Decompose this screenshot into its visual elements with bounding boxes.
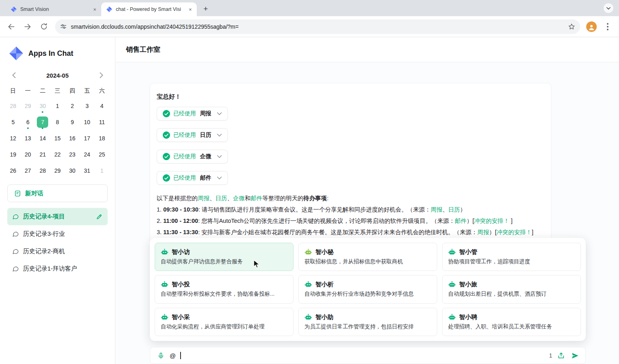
agent-name: 智小采 <box>172 313 190 321</box>
history-item[interactable]: 历史记录1-拜访客户 <box>7 260 108 277</box>
inline-link[interactable]: 企微 <box>233 195 245 201</box>
forward-button[interactable] <box>20 19 35 34</box>
agent-card[interactable]: 智小管 协助项目管理工作，追踪项目进度 <box>442 243 581 271</box>
edit-pencil-icon[interactable] <box>96 213 103 220</box>
inline-link[interactable]: 邮件 <box>251 195 262 201</box>
upload-icon[interactable] <box>556 351 566 360</box>
send-icon[interactable] <box>570 351 580 360</box>
calendar-day[interactable]: 27 <box>21 163 36 179</box>
agent-card[interactable]: 智小投 自动整理和分析投标文件要求，协助准备投标... <box>155 275 294 303</box>
message-input-bar[interactable]: @ 1 <box>150 347 586 364</box>
history-item[interactable]: 历史记录4-项目 <box>7 208 108 225</box>
chevron-down-icon[interactable] <box>217 155 222 158</box>
calendar-day[interactable]: 9 <box>65 114 80 130</box>
inline-link[interactable]: 日历 <box>215 195 227 201</box>
used-tool-pill[interactable]: 已经使用 企微 <box>157 150 228 163</box>
tab-close-icon[interactable]: × <box>187 6 194 13</box>
bookmark-star-icon[interactable] <box>568 23 575 30</box>
calendar-day[interactable]: 22 <box>50 146 65 163</box>
calendar-next-icon[interactable] <box>96 70 106 80</box>
calendar-day[interactable]: 3 <box>80 98 95 114</box>
agent-description: 为员工提供日常工作管理支持，包括日程安排 <box>304 323 431 330</box>
calendar-day[interactable]: 13 <box>21 130 36 146</box>
calendar-grid: 28 29 30 1 2 3 4 5 6 7 8 9 10 11 <box>6 98 109 179</box>
inline-link[interactable]: 周报 <box>198 195 210 201</box>
tab-search-button[interactable] <box>604 3 613 13</box>
calendar-day[interactable]: 1 <box>50 98 65 114</box>
used-tool-pill[interactable]: 已经使用 周报 <box>157 107 228 121</box>
used-tool-pill[interactable]: 已经使用 日历 <box>157 128 228 142</box>
calendar-day[interactable]: 2 <box>65 98 80 114</box>
calendar-day[interactable]: 10 <box>80 114 95 130</box>
calendar-day[interactable]: 21 <box>35 146 50 163</box>
site-settings-icon[interactable] <box>60 23 67 30</box>
calendar-day[interactable]: 26 <box>6 163 21 179</box>
new-chat-button[interactable]: 新对话 <box>7 184 108 202</box>
calendar-day[interactable]: 31 <box>80 163 95 179</box>
tab-chat-active[interactable]: chat - Powered by Smart Visi × <box>101 2 197 16</box>
message-input-value[interactable]: @ <box>170 352 176 359</box>
calendar-day[interactable]: 7 <box>35 114 50 130</box>
agent-card[interactable]: 智小采 自动化采购流程，从供应商管理到订单处理 <box>155 308 294 336</box>
inline-link[interactable]: 冲突的安排！ <box>496 229 532 235</box>
calendar-day[interactable]: 30 <box>35 98 50 114</box>
agent-card[interactable]: 智小访 自动提供客户拜访信息并整合服务 <box>155 243 294 271</box>
agent-card[interactable]: 智小聘 处理招聘、入职、培训和员工关系管理任务 <box>442 308 581 336</box>
url-text[interactable]: smartvision.dcclouds.com/appsinchat/2404… <box>71 23 564 30</box>
calendar-day[interactable]: 28 <box>35 163 50 179</box>
text-segment: ] <box>532 229 533 235</box>
calendar-day[interactable]: 23 <box>65 146 80 163</box>
inline-link[interactable]: 冲突的安排！ <box>474 218 509 224</box>
agent-card[interactable]: 智小析 自动收集并分析行业市场趋势和竞争对手信息 <box>298 275 437 303</box>
calendar-day[interactable]: 17 <box>80 130 95 146</box>
calendar-day[interactable]: 4 <box>94 98 109 114</box>
calendar-day[interactable]: 29 <box>21 98 36 114</box>
history-item[interactable]: 历史记录2-商机 <box>7 243 108 260</box>
reload-button[interactable] <box>36 19 51 34</box>
calendar-day[interactable]: 20 <box>21 146 36 163</box>
tab-smart-vision[interactable]: Smart Vision × <box>6 2 101 16</box>
calendar-day[interactable]: 14 <box>35 130 50 146</box>
calendar-day[interactable]: 1 <box>94 163 109 179</box>
used-tool-pill[interactable]: 已经使用 邮件 <box>157 171 228 185</box>
chevron-down-icon[interactable] <box>217 133 222 137</box>
calendar-prev-icon[interactable] <box>9 70 19 80</box>
calendar-day-headers: 日一二三四五六 <box>6 84 109 98</box>
profile-button[interactable] <box>584 19 599 34</box>
inline-link[interactable]: 邮件 <box>455 218 466 224</box>
chevron-down-icon[interactable] <box>217 112 222 115</box>
calendar-day[interactable]: 11 <box>94 114 109 130</box>
calendar-day[interactable]: 16 <box>65 130 80 146</box>
calendar-day[interactable]: 5 <box>6 114 21 130</box>
event-dot <box>42 127 43 129</box>
calendar-day[interactable]: 19 <box>6 146 21 163</box>
inline-link[interactable]: 周报 <box>477 229 489 235</box>
calendar-day[interactable]: 24 <box>80 146 95 163</box>
inline-link[interactable]: 周报 <box>431 206 442 213</box>
text-segment: 2. <box>157 218 163 224</box>
tab-close-icon[interactable]: × <box>91 6 98 13</box>
chevron-down-icon[interactable] <box>217 176 222 180</box>
calendar-day[interactable]: 30 <box>65 163 80 179</box>
calendar-day[interactable]: 29 <box>50 163 65 179</box>
agent-card[interactable]: 智小秘 获取招标信息，并从招标信息中获取商机 <box>298 243 437 271</box>
calendar-day[interactable]: 15 <box>50 130 65 146</box>
text-segment: ）[ <box>489 229 497 235</box>
calendar-day[interactable]: 12 <box>6 130 21 146</box>
menu-kebab-icon[interactable] <box>600 19 615 34</box>
calendar-day[interactable]: 8 <box>50 114 65 130</box>
inline-link[interactable]: 日历 <box>448 206 460 213</box>
calendar-day[interactable]: 25 <box>94 146 109 163</box>
address-bar[interactable]: smartvision.dcclouds.com/appsinchat/2404… <box>55 19 580 34</box>
agent-card[interactable]: 智小助 为员工提供日常工作管理支持，包括日程安排 <box>298 308 437 336</box>
history-item[interactable]: 历史记录3-行业 <box>7 225 108 243</box>
robot-icon <box>161 313 168 321</box>
calendar-day[interactable]: 6 <box>21 114 36 130</box>
new-tab-button[interactable]: + <box>200 3 211 15</box>
microphone-icon[interactable] <box>156 351 166 360</box>
agent-card[interactable]: 智小旅 自动规划出差日程，提供机票、酒店预订 <box>442 275 581 303</box>
calendar-day[interactable]: 28 <box>6 98 21 114</box>
back-button[interactable] <box>4 19 19 34</box>
calendar-day[interactable]: 18 <box>94 130 109 146</box>
assistant-message-card: 宝总好！ 已经使用 周报 已经使用 日历 已经使用 企微 已经使用 <box>150 83 551 257</box>
